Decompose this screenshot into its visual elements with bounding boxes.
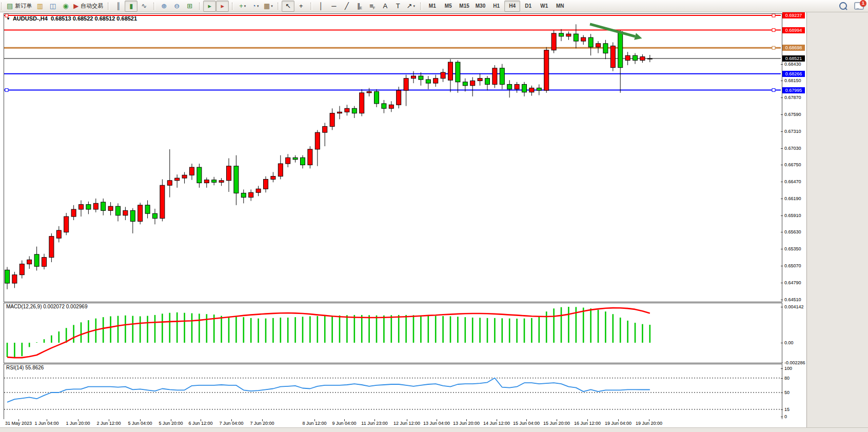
macd-panel[interactable] (4, 303, 782, 363)
line-anchor[interactable] (772, 29, 775, 32)
tf-mn-button-label: MN (556, 4, 564, 9)
search-icon[interactable] (839, 2, 847, 10)
candle-body (271, 176, 275, 180)
line-anchor[interactable] (5, 89, 8, 92)
candle-body (544, 50, 549, 90)
price-chart-canvas[interactable] (4, 14, 781, 301)
crosshair-button[interactable]: + (294, 1, 307, 12)
line-chart-button[interactable]: ∿ (137, 1, 150, 12)
line-anchor[interactable] (772, 46, 775, 49)
tf-m30-button[interactable]: M30 (472, 1, 488, 12)
signals-button[interactable]: ◉ (59, 1, 72, 12)
price-tick (781, 283, 783, 283)
candle-body (581, 37, 586, 41)
zoom-in-button[interactable]: ⊕ (157, 1, 170, 12)
price-tick (781, 165, 783, 165)
rsi-canvas[interactable] (4, 364, 781, 418)
tool-letter: F (373, 6, 375, 10)
time-axis-label: 16 Jun 12:00 (574, 421, 601, 426)
candle-body (352, 108, 357, 113)
toolbar-group-zoom: ⊕⊖⊞ (152, 1, 198, 12)
auto-scroll-button[interactable]: ▸ (203, 1, 216, 12)
candle-body (537, 88, 541, 90)
tf-mn-button[interactable]: MN (552, 1, 568, 12)
candle-body (256, 189, 261, 192)
macd-canvas[interactable] (4, 303, 781, 362)
chart-shift-icon: ▸ (221, 3, 225, 9)
chevron-down-icon[interactable]: ▾ (244, 4, 246, 8)
new-order-button[interactable]: ▤新订单 (5, 1, 33, 12)
price-line-label-0.67995[interactable]: 0.67995 (782, 87, 805, 93)
time-axis-label: 19 Jun 20:00 (636, 421, 662, 426)
candle-body (123, 210, 128, 215)
chat-icon[interactable]: 1 (854, 2, 864, 10)
rsi-panel[interactable] (4, 364, 782, 420)
tf-m15-button[interactable]: M15 (456, 1, 472, 12)
zoom-out-button[interactable]: ⊖ (170, 1, 183, 12)
candlestick-chart-button[interactable]: ▮ (125, 1, 137, 12)
tf-m1-button[interactable]: M1 (424, 1, 440, 12)
templates-button[interactable]: ▦▾ (262, 1, 274, 12)
candle-body (397, 90, 401, 105)
price-line-label-0.68698[interactable]: 0.68698 (782, 45, 805, 51)
candle-body (500, 68, 504, 85)
price-line-label-0.68266[interactable]: 0.68266 (782, 71, 805, 77)
candle-body (249, 192, 253, 197)
tf-h4-button[interactable]: H4 (504, 1, 520, 12)
text-button[interactable]: A (379, 1, 391, 12)
symbol-period-label: AUDUSD-,H4 (13, 15, 48, 22)
chevron-down-icon[interactable]: ▾ (257, 4, 259, 8)
price-line-label-0.69237[interactable]: 0.69237 (782, 12, 805, 18)
chart-title[interactable]: ▼AUDUSD-,H4 0.68513 0.68522 0.68512 0.68… (6, 15, 137, 22)
tf-d1-button[interactable]: D1 (520, 1, 536, 12)
time-axis-label: 7 Jun 04:00 (219, 421, 243, 426)
vertical-line-button[interactable]: │ (314, 1, 327, 12)
indicators-button[interactable]: +▾ (236, 1, 249, 12)
notification-badge[interactable]: 1 (860, 0, 866, 7)
main-toolbar: ▤新订单▥◫◉▶自动交易║▮∿⊕⊖⊞▸▸+▾◔▾▦▾↖+│─╱∥E≡FAT↗▾M… (0, 0, 868, 12)
price-tick-label: 0.64510 (784, 297, 801, 302)
tf-w1-button[interactable]: W1 (536, 1, 552, 12)
market-watch-button[interactable]: ▥ (33, 1, 46, 12)
candle-body (426, 80, 430, 83)
tf-m5-button[interactable]: M5 (440, 1, 456, 12)
horizontal-line-button[interactable]: ─ (327, 1, 340, 12)
price-chart-panel[interactable] (4, 13, 782, 302)
price-tick-label: 0.66750 (784, 162, 801, 167)
line-anchor[interactable] (772, 89, 775, 92)
time-axis-label: 13 Jun 20:00 (453, 421, 480, 426)
text-label-button[interactable]: T (391, 1, 404, 12)
zoom-out-icon: ⊖ (174, 3, 180, 9)
price-line-label-0.68521[interactable]: 0.68521 (782, 55, 805, 62)
time-axis-label: 12 Jun 12:00 (393, 421, 420, 426)
time-axis-label: 2 Jun 12:00 (96, 421, 121, 426)
price-line-label-0.68994[interactable]: 0.68994 (782, 27, 805, 33)
chart-shift-button[interactable]: ▸ (216, 1, 229, 12)
tile-windows-button[interactable]: ⊞ (183, 1, 196, 12)
periods-button[interactable]: ◔▾ (249, 1, 262, 12)
trendline-icon: ╱ (345, 3, 349, 9)
candle-body (293, 158, 298, 160)
new-chart-button[interactable]: ◫ (46, 1, 59, 12)
collapse-chart-icon[interactable]: ▼ (6, 16, 10, 21)
candle-body (478, 78, 482, 81)
tf-h1-button[interactable]: H1 (488, 1, 504, 12)
chevron-down-icon[interactable]: ▾ (271, 4, 273, 8)
equidistant-channel-button[interactable]: ∥E (353, 1, 366, 12)
candle-body (433, 78, 438, 83)
time-axis-label: 14 Jun 12:00 (483, 421, 510, 426)
toolbar-right: 1 (839, 2, 864, 10)
chevron-down-icon[interactable]: ▾ (413, 4, 415, 8)
candle-body (42, 258, 47, 267)
auto-trading-icon: ▶ (73, 3, 78, 9)
fibonacci-button[interactable]: ≡F (366, 1, 379, 12)
trendline-button[interactable]: ╱ (340, 1, 353, 12)
auto-trading-button[interactable]: ▶自动交易 (72, 1, 105, 12)
cursor-arrow-button[interactable]: ↖ (282, 1, 294, 12)
tile-windows-icon: ⊞ (187, 3, 192, 9)
bar-chart-button[interactable]: ║ (112, 1, 125, 12)
line-anchor[interactable] (772, 14, 775, 17)
arrows-tool-button[interactable]: ↗▾ (404, 1, 417, 12)
candle-body (551, 33, 556, 50)
rsi-tick-label: 100 (784, 366, 792, 371)
